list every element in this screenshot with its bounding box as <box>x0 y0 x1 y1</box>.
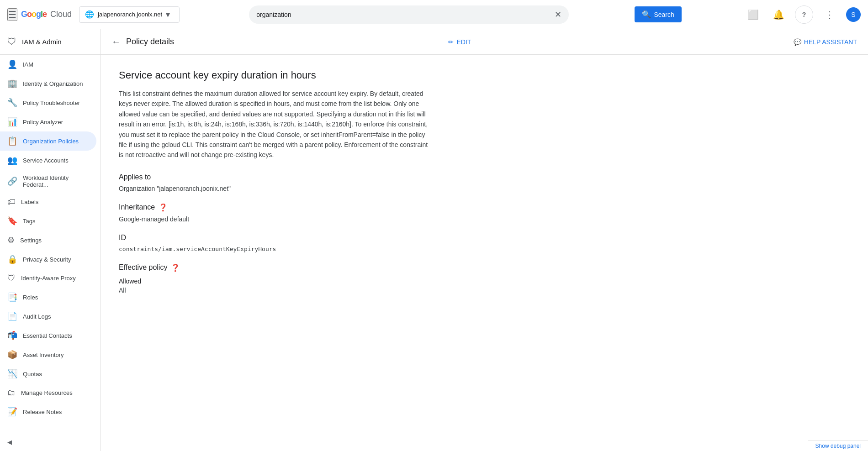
sidebar-item-workload-identity[interactable]: 🔗 Workload Identity Federat... <box>0 170 96 193</box>
collapse-icon: ◀ <box>7 439 12 446</box>
asset-inventory-label: Asset Inventory <box>23 351 89 358</box>
audit-logs-icon: 📄 <box>7 311 17 321</box>
sidebar-item-organization-policies[interactable]: 📋 Organization Policies <box>0 131 96 151</box>
avatar[interactable]: S <box>846 7 861 22</box>
manage-resources-label: Manage Resources <box>21 389 89 396</box>
search-bar: ✕ <box>249 5 569 24</box>
labels-icon: 🏷 <box>7 197 16 207</box>
quotas-icon: 📉 <box>7 369 17 379</box>
tags-icon: 🔖 <box>7 216 17 226</box>
service-accounts-icon: 👥 <box>7 155 17 165</box>
project-icon: 🌐 <box>85 10 94 19</box>
roles-icon: 📑 <box>7 292 17 302</box>
sidebar-item-quotas[interactable]: 📉 Quotas <box>0 364 96 383</box>
effective-policy-heading-row: Effective policy ❓ <box>119 263 850 272</box>
sidebar-item-tags[interactable]: 🔖 Tags <box>0 211 96 231</box>
service-accounts-label: Service Accounts <box>23 157 89 164</box>
back-icon: ← <box>111 37 121 47</box>
policy-troubleshooter-icon: 🔧 <box>7 98 17 108</box>
sidebar-item-identity-aware-proxy[interactable]: 🛡 Identity-Aware Proxy <box>0 269 96 288</box>
privacy-security-icon: 🔒 <box>7 254 17 264</box>
cloud-label: Cloud <box>50 10 72 19</box>
policy-description: This list constraint defines the maximum… <box>119 89 429 160</box>
monitor-icon-btn[interactable]: ⬜ <box>744 5 762 24</box>
labels-label: Labels <box>21 199 89 205</box>
quotas-label: Quotas <box>23 371 89 378</box>
sidebar-item-asset-inventory[interactable]: 📦 Asset Inventory <box>0 345 96 364</box>
manage-resources-icon: 🗂 <box>7 388 16 398</box>
inheritance-section: Inheritance ❓ Google-managed default <box>119 203 850 223</box>
iam-icon: 👤 <box>7 59 17 69</box>
applies-to-heading: Applies to <box>119 173 850 181</box>
project-name: jalapenoranch.joonix.net <box>98 11 162 18</box>
help-assistant-label: HELP ASSISTANT <box>804 38 857 46</box>
search-button[interactable]: 🔍 Search <box>635 6 681 22</box>
asset-inventory-icon: 📦 <box>7 350 17 360</box>
inheritance-info-icon[interactable]: ❓ <box>159 203 168 212</box>
app-body: 🛡 IAM & Admin 👤 IAM 🏢 Identity & Organiz… <box>0 29 868 451</box>
inheritance-heading-row: Inheritance ❓ <box>119 203 850 212</box>
workload-identity-icon: 🔗 <box>7 176 17 186</box>
sidebar-item-policy-analyzer[interactable]: 📊 Policy Analyzer <box>0 112 96 131</box>
sidebar-item-roles[interactable]: 📑 Roles <box>0 288 96 307</box>
sub-header: ← Policy details ✏ EDIT 💬 HELP ASSISTANT <box>101 29 868 55</box>
notification-icon-btn[interactable]: 🔔 <box>769 5 788 24</box>
help-icon-btn[interactable]: ? <box>795 5 813 24</box>
privacy-security-label: Privacy & Security <box>23 256 89 263</box>
release-notes-label: Release Notes <box>23 409 89 415</box>
edit-button[interactable]: ✏ EDIT <box>448 38 471 46</box>
edit-icon: ✏ <box>448 38 454 46</box>
menu-icon[interactable]: ☰ <box>7 8 17 21</box>
more-menu-icon-btn[interactable]: ⋮ <box>820 5 839 24</box>
main-content: ← Policy details ✏ EDIT 💬 HELP ASSISTANT… <box>101 29 868 451</box>
id-value: constraints/iam.serviceAccountKeyExpiryH… <box>119 246 850 252</box>
sidebar-item-policy-troubleshooter[interactable]: 🔧 Policy Troubleshooter <box>0 93 96 112</box>
sidebar-item-settings[interactable]: ⚙ Settings <box>0 231 96 250</box>
sidebar-header: 🛡 IAM & Admin <box>0 29 100 55</box>
policy-content: Service account key expiry duration in h… <box>101 55 868 451</box>
back-button[interactable]: ← <box>111 37 121 47</box>
essential-contacts-icon: 📬 <box>7 330 17 341</box>
search-icon: 🔍 <box>642 10 651 19</box>
identity-org-icon: 🏢 <box>7 79 17 89</box>
google-cloud-logo: Google Cloud <box>21 10 72 19</box>
search-input[interactable] <box>256 11 555 18</box>
sidebar-item-privacy-security[interactable]: 🔒 Privacy & Security <box>0 250 96 269</box>
settings-label: Settings <box>20 237 89 244</box>
policy-troubleshooter-label: Policy Troubleshooter <box>23 100 89 106</box>
sidebar-item-iam[interactable]: 👤 IAM <box>0 55 96 74</box>
debug-bar[interactable]: Show debug panel <box>808 441 868 451</box>
inheritance-value: Google-managed default <box>119 215 850 223</box>
roles-label: Roles <box>23 294 89 301</box>
effective-policy-section: Effective policy ❓ Allowed All <box>119 263 850 294</box>
search-clear-icon[interactable]: ✕ <box>555 10 561 20</box>
iam-label: IAM <box>23 61 89 68</box>
project-selector[interactable]: 🌐 jalapenoranch.joonix.net ▾ <box>79 6 180 23</box>
help-assistant-icon: 💬 <box>794 38 801 46</box>
sidebar: 🛡 IAM & Admin 👤 IAM 🏢 Identity & Organiz… <box>0 29 101 451</box>
sidebar-item-release-notes[interactable]: 📝 Release Notes <box>0 402 96 421</box>
policy-analyzer-icon: 📊 <box>7 117 17 127</box>
sidebar-collapse-btn[interactable]: ◀ <box>0 433 100 451</box>
sidebar-item-service-accounts[interactable]: 👥 Service Accounts <box>0 151 96 170</box>
project-dropdown-icon: ▾ <box>166 10 174 20</box>
identity-aware-proxy-icon: 🛡 <box>7 273 16 283</box>
release-notes-icon: 📝 <box>7 407 17 417</box>
sidebar-item-audit-logs[interactable]: 📄 Audit Logs <box>0 307 96 326</box>
sidebar-item-manage-resources[interactable]: 🗂 Manage Resources <box>0 383 96 402</box>
help-assistant-button[interactable]: 💬 HELP ASSISTANT <box>794 38 857 46</box>
effective-policy-heading: Effective policy <box>119 263 167 272</box>
settings-icon: ⚙ <box>7 235 15 245</box>
identity-aware-proxy-label: Identity-Aware Proxy <box>21 275 89 282</box>
sidebar-item-identity-org[interactable]: 🏢 Identity & Organization <box>0 74 96 93</box>
sidebar-item-labels[interactable]: 🏷 Labels <box>0 193 96 211</box>
inheritance-heading: Inheritance <box>119 203 155 211</box>
effective-policy-info-icon[interactable]: ❓ <box>171 263 180 272</box>
identity-org-label: Identity & Organization <box>23 80 89 87</box>
sidebar-item-essential-contacts[interactable]: 📬 Essential Contacts <box>0 326 96 345</box>
policy-analyzer-label: Policy Analyzer <box>23 119 89 126</box>
policy-title: Service account key expiry duration in h… <box>119 69 850 81</box>
applies-to-section: Applies to Organization "jalapenoranch.j… <box>119 173 850 192</box>
organization-policies-label: Organization Policies <box>23 138 89 145</box>
allowed-label: Allowed <box>119 278 850 285</box>
